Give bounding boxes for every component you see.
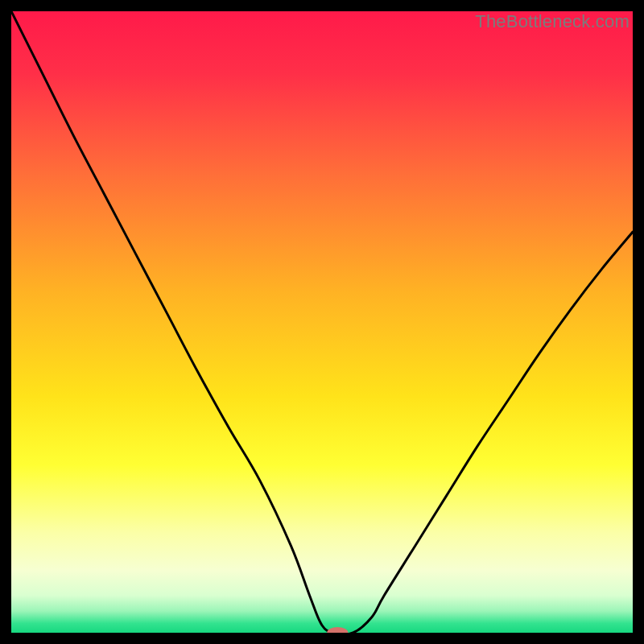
chart-frame: TheBottleneck.com [11, 11, 633, 633]
gradient-background [11, 11, 633, 633]
bottleneck-chart [11, 11, 633, 633]
watermark-text: TheBottleneck.com [475, 11, 630, 32]
